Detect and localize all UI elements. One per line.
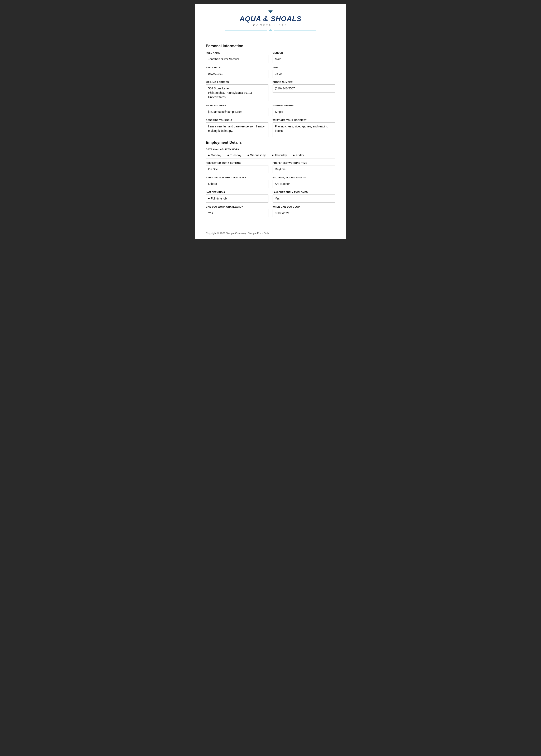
- row-describe-hobbies: DESCRIBE YOURSELF I am a very fun and ca…: [206, 119, 335, 137]
- row-setting-time: PREFERRED WORK SETTING On Site PREFERRED…: [206, 162, 335, 173]
- if-other-label: IF OTHER, PLEASE SPECIFY: [272, 176, 335, 179]
- day-friday-text: Friday: [296, 154, 304, 157]
- footer-text: Copyright © 2021 Sample Company | Sample…: [206, 232, 269, 235]
- full-name-value: Jonathan Silver Samuel: [206, 55, 269, 63]
- row-graveyard-begin: CAN YOU WORK GRAVEYARD? Yes WHEN CAN YOU…: [206, 206, 335, 217]
- birth-date-label: BIRTH DATE: [206, 66, 269, 69]
- work-setting-value: On Site: [206, 165, 269, 173]
- seeking-label: I AM SEEKING A: [206, 191, 269, 193]
- bullet-wednesday: [248, 155, 249, 156]
- group-birth-date: BIRTH DATE 03/24/1991: [206, 66, 269, 78]
- day-tuesday: Tuesday: [228, 154, 241, 157]
- group-gender: GENDER Male: [272, 52, 335, 63]
- group-full-name: FULL NAME Jonathan Silver Samuel: [206, 52, 269, 63]
- row-address-phone: MAILING ADDRESS 504 Stone LanePhiladelph…: [206, 81, 335, 101]
- day-monday-text: Monday: [211, 154, 221, 157]
- address-label: MAILING ADDRESS: [206, 81, 269, 83]
- row-name-gender: FULL NAME Jonathan Silver Samuel GENDER …: [206, 52, 335, 63]
- header-top-lines: [200, 10, 341, 13]
- group-work-setting: PREFERRED WORK SETTING On Site: [206, 162, 269, 173]
- address-value: 504 Stone LanePhiladelphia, Pennsylvania…: [206, 84, 269, 101]
- seeking-value: Full-time job: [206, 194, 269, 203]
- currently-employed-label: I AM CURRENTLY EMPLOYED: [272, 191, 335, 193]
- group-graveyard: CAN YOU WORK GRAVEYARD? Yes: [206, 206, 269, 217]
- birth-date-value: 03/24/1991: [206, 70, 269, 78]
- full-name-label: FULL NAME: [206, 52, 269, 54]
- hobbies-label: WHAT ARE YOUR HOBBIES?: [272, 119, 335, 121]
- seeking-text: Full-time job: [211, 196, 227, 201]
- day-wednesday: Wednesday: [248, 154, 266, 157]
- marital-label: MARITAL STATUS: [272, 104, 335, 107]
- employment-section-title: Employment Details: [206, 140, 335, 145]
- age-value: 25-34: [272, 70, 335, 78]
- brand-subtitle: COCKTAIL BAR: [200, 24, 341, 27]
- work-time-label: PREFERRED WORKING TIME: [272, 162, 335, 164]
- row-position-other: APPLYING FOR WHAT POSITION? Others IF OT…: [206, 176, 335, 188]
- light-line-left: [225, 30, 267, 30]
- bullet-tuesday: [228, 155, 229, 156]
- hobbies-value: Playing chess, video games, and reading …: [272, 122, 335, 137]
- group-currently-employed: I AM CURRENTLY EMPLOYED Yes: [272, 191, 335, 203]
- brand-name: AQUA & SHOALS: [200, 15, 341, 23]
- bullet-thursday: [272, 155, 273, 156]
- begin-value: 05/05/2021: [272, 209, 335, 217]
- group-marital: MARITAL STATUS Single: [272, 104, 335, 116]
- gender-value: Male: [272, 55, 335, 63]
- row-email-marital: EMAIL ADDRESS jon.samuels@sample.com MAR…: [206, 104, 335, 116]
- group-if-other: IF OTHER, PLEASE SPECIFY Art Teacher: [272, 176, 335, 188]
- group-seeking: I AM SEEKING A Full-time job: [206, 191, 269, 203]
- row-birth-age: BIRTH DATE 03/24/1991 AGE 25-34: [206, 66, 335, 78]
- group-email: EMAIL ADDRESS jon.samuels@sample.com: [206, 104, 269, 116]
- wave-icon: [269, 29, 272, 31]
- group-address: MAILING ADDRESS 504 Stone LanePhiladelph…: [206, 81, 269, 101]
- days-value: Monday Tuesday Wednesday Thursday: [206, 152, 335, 159]
- if-other-value: Art Teacher: [272, 180, 335, 188]
- day-monday: Monday: [208, 154, 221, 157]
- email-value: jon.samuels@sample.com: [206, 108, 269, 116]
- personal-section-title: Personal Information: [206, 44, 335, 48]
- diamond-icon: [269, 10, 272, 13]
- header-bottom-lines: [200, 29, 341, 31]
- group-work-time: PREFERRED WORKING TIME Daytime: [272, 162, 335, 173]
- work-setting-label: PREFERRED WORK SETTING: [206, 162, 269, 164]
- days-label: DAYS AVAILABLE TO WORK: [206, 148, 335, 151]
- day-thursday: Thursday: [272, 154, 287, 157]
- phone-value: (610) 343-5557: [272, 84, 335, 93]
- marital-value: Single: [272, 108, 335, 116]
- bullet-friday: [293, 155, 294, 156]
- group-describe: DESCRIBE YOURSELF I am a very fun and ca…: [206, 119, 269, 137]
- page: AQUA & SHOALS COCKTAIL BAR Personal Info…: [195, 4, 346, 239]
- group-hobbies: WHAT ARE YOUR HOBBIES? Playing chess, vi…: [272, 119, 335, 137]
- header: AQUA & SHOALS COCKTAIL BAR: [195, 4, 346, 36]
- describe-label: DESCRIBE YOURSELF: [206, 119, 269, 121]
- group-phone: PHONE NUMBER (610) 343-5557: [272, 81, 335, 101]
- group-position: APPLYING FOR WHAT POSITION? Others: [206, 176, 269, 188]
- position-value: Others: [206, 180, 269, 188]
- day-friday: Friday: [293, 154, 304, 157]
- group-days: DAYS AVAILABLE TO WORK Monday Tuesday We…: [206, 148, 335, 159]
- light-line-right: [274, 30, 316, 30]
- graveyard-value: Yes: [206, 209, 269, 217]
- phone-label: PHONE NUMBER: [272, 81, 335, 83]
- employment-section: Employment Details DAYS AVAILABLE TO WOR…: [206, 140, 335, 217]
- position-label: APPLYING FOR WHAT POSITION?: [206, 176, 269, 179]
- work-time-value: Daytime: [272, 165, 335, 173]
- personal-section: Personal Information FULL NAME Jonathan …: [206, 44, 335, 137]
- group-begin: WHEN CAN YOU BEGIN 05/05/2021: [272, 206, 335, 217]
- row-seeking-employed: I AM SEEKING A Full-time job I AM CURREN…: [206, 191, 335, 203]
- footer: Copyright © 2021 Sample Company | Sample…: [206, 232, 269, 235]
- bullet-seeking: [208, 198, 210, 199]
- day-thursday-text: Thursday: [275, 154, 287, 157]
- describe-value: I am a very fun and carefree person. I e…: [206, 122, 269, 137]
- content: Personal Information FULL NAME Jonathan …: [195, 36, 346, 226]
- currently-employed-value: Yes: [272, 194, 335, 203]
- bullet-monday: [208, 155, 210, 156]
- day-tuesday-text: Tuesday: [230, 154, 241, 157]
- day-wednesday-text: Wednesday: [250, 154, 266, 157]
- gender-label: GENDER: [272, 52, 335, 54]
- seeking-bullet-item: Full-time job: [208, 196, 266, 201]
- age-label: AGE: [272, 66, 335, 69]
- graveyard-label: CAN YOU WORK GRAVEYARD?: [206, 206, 269, 208]
- email-label: EMAIL ADDRESS: [206, 104, 269, 107]
- group-age: AGE 25-34: [272, 66, 335, 78]
